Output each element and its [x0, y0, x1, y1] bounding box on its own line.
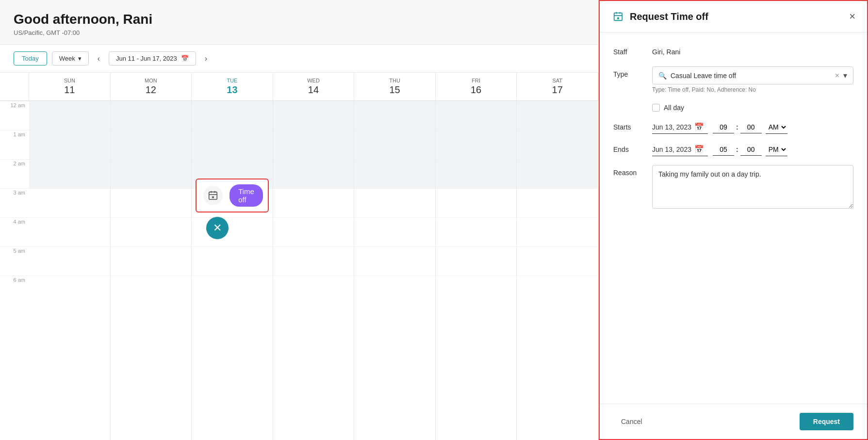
panel-title-icon	[611, 10, 625, 23]
svg-rect-0	[209, 192, 217, 200]
day-header-wed: WED 14	[273, 73, 355, 100]
panel-close-button[interactable]: ×	[849, 11, 855, 22]
day-header-thu: THU 15	[354, 73, 436, 100]
timezone: US/Pacific, GMT -07:00	[14, 29, 585, 36]
day-col-wed	[273, 101, 355, 440]
calendar-icon: 📅	[181, 55, 189, 62]
starts-calendar-icon[interactable]: 📅	[694, 122, 704, 131]
type-input[interactable]	[671, 72, 831, 80]
starts-label: Starts	[613, 123, 652, 131]
time-off-badge: Time off	[229, 184, 263, 207]
panel-title-row: Request Time off	[611, 10, 708, 23]
close-x-icon: ✕	[213, 222, 222, 234]
ends-ampm-select[interactable]: AM PM	[766, 143, 787, 156]
time-slot-5am: 5 am	[0, 246, 29, 276]
calendar-body: 12 am 1 am 2 am 3 am 4 am 5 am 6 am	[0, 101, 598, 440]
time-column: 12 am 1 am 2 am 3 am 4 am 5 am 6 am	[0, 101, 29, 440]
reason-row: Reason	[613, 165, 853, 209]
calendar-panel: Good afternoon, Rani US/Pacific, GMT -07…	[0, 0, 599, 440]
days-grid: Time off ✕	[29, 101, 598, 440]
calendar-x-icon	[208, 190, 218, 201]
type-row: Type 🔍 × ▾ Type: Time off, Paid: No, Adh…	[613, 66, 853, 93]
day-col-tue: Time off ✕	[192, 101, 273, 440]
week-chevron-icon: ▾	[78, 55, 82, 62]
request-button[interactable]: Request	[800, 413, 853, 430]
today-button[interactable]: Today	[14, 51, 47, 65]
day-header-tue: TUE 13	[192, 73, 273, 100]
starts-date-wrapper[interactable]: Jun 13, 2023 📅	[652, 120, 708, 134]
time-column-spacer	[0, 73, 29, 100]
time-off-card[interactable]: Time off	[196, 179, 269, 212]
panel-header: Request Time off ×	[600, 1, 867, 33]
ends-time-inputs: : AM PM	[713, 143, 787, 156]
week-button[interactable]: Week ▾	[52, 51, 89, 65]
ends-row: Ends Jun 13, 2023 📅 : AM PM	[613, 143, 853, 156]
svg-rect-6	[614, 13, 622, 21]
day-header-mon: MON 12	[111, 73, 192, 100]
day-header-fri: FRI 16	[436, 73, 517, 100]
ends-date-wrapper[interactable]: Jun 13, 2023 📅	[652, 143, 708, 156]
delete-time-off-button[interactable]: ✕	[206, 217, 229, 239]
next-week-button[interactable]: ›	[201, 52, 211, 65]
reason-label: Reason	[613, 165, 652, 177]
day-header-sun: SUN 11	[29, 73, 111, 100]
starts-date-text: Jun 13, 2023	[652, 123, 691, 131]
type-dropdown-icon[interactable]: ▾	[843, 71, 847, 80]
day-col-fri	[436, 101, 517, 440]
time-slot-1am: 1 am	[0, 130, 29, 159]
all-day-label: All day	[664, 104, 684, 112]
day-col-thu	[354, 101, 436, 440]
day-col-sat	[517, 101, 598, 440]
prev-week-button[interactable]: ‹	[94, 52, 104, 65]
event-icon-circle	[203, 186, 223, 205]
starts-min-input[interactable]	[740, 121, 762, 133]
time-off-event-container: Time off ✕	[196, 179, 269, 212]
staff-row: Staff Giri, Rani	[613, 44, 853, 56]
calendar-toolbar: Today Week ▾ ‹ Jun 11 - Jun 17, 2023 📅 ›	[0, 45, 598, 73]
day-headers: SUN 11 MON 12 TUE 13 WED 14 THU 15 FRI 1…	[0, 73, 598, 101]
time-slot-3am: 3 am	[0, 188, 29, 217]
type-description: Type: Time off, Paid: No, Adherence: No	[652, 86, 853, 93]
type-field-wrapper: 🔍 × ▾ Type: Time off, Paid: No, Adherenc…	[652, 66, 853, 93]
all-day-checkbox[interactable]	[652, 104, 660, 112]
date-range-button[interactable]: Jun 11 - Jun 17, 2023 📅	[109, 51, 196, 65]
staff-value: Giri, Rani	[652, 44, 853, 56]
time-slot-6am: 6 am	[0, 276, 29, 305]
greeting-title: Good afternoon, Rani	[14, 12, 585, 27]
day-col-mon	[111, 101, 192, 440]
cancel-button[interactable]: Cancel	[613, 414, 650, 429]
starts-row: Starts Jun 13, 2023 📅 : AM PM	[613, 120, 853, 134]
date-range-text: Jun 11 - Jun 17, 2023	[116, 55, 177, 62]
time-slot-2am: 2 am	[0, 159, 29, 188]
type-label: Type	[613, 66, 652, 78]
calendar-grid: SUN 11 MON 12 TUE 13 WED 14 THU 15 FRI 1…	[0, 73, 598, 440]
request-time-off-panel: Request Time off × Staff Giri, Rani Type…	[599, 0, 868, 440]
ends-min-input[interactable]	[740, 144, 762, 156]
ends-date-text: Jun 13, 2023	[652, 146, 691, 153]
starts-time-inputs: : AM PM	[713, 121, 787, 134]
starts-hour-input[interactable]	[713, 121, 734, 133]
calendar-icon	[613, 11, 623, 22]
time-slot-4am: 4 am	[0, 217, 29, 246]
week-label: Week	[59, 55, 75, 62]
time-colon-ends: :	[736, 146, 738, 153]
time-slot-12am: 12 am	[0, 101, 29, 130]
panel-footer: Cancel Request	[600, 404, 867, 439]
staff-label: Staff	[613, 44, 652, 56]
ends-hour-input[interactable]	[713, 144, 734, 156]
starts-ampm-select[interactable]: AM PM	[766, 121, 787, 134]
calendar-header: Good afternoon, Rani US/Pacific, GMT -07…	[0, 0, 598, 45]
day-header-sat: SAT 17	[517, 73, 598, 100]
time-colon-starts: :	[736, 123, 738, 131]
panel-title: Request Time off	[630, 11, 708, 22]
all-day-row: All day	[652, 104, 853, 112]
type-search-icon: 🔍	[658, 72, 667, 80]
reason-textarea[interactable]	[652, 165, 853, 209]
panel-body: Staff Giri, Rani Type 🔍 × ▾ Type: Time o…	[600, 33, 867, 404]
day-col-sun	[29, 101, 111, 440]
type-clear-icon[interactable]: ×	[835, 71, 839, 80]
ends-calendar-icon[interactable]: 📅	[694, 145, 704, 154]
ends-label: Ends	[613, 146, 652, 153]
type-field[interactable]: 🔍 × ▾	[652, 66, 853, 84]
